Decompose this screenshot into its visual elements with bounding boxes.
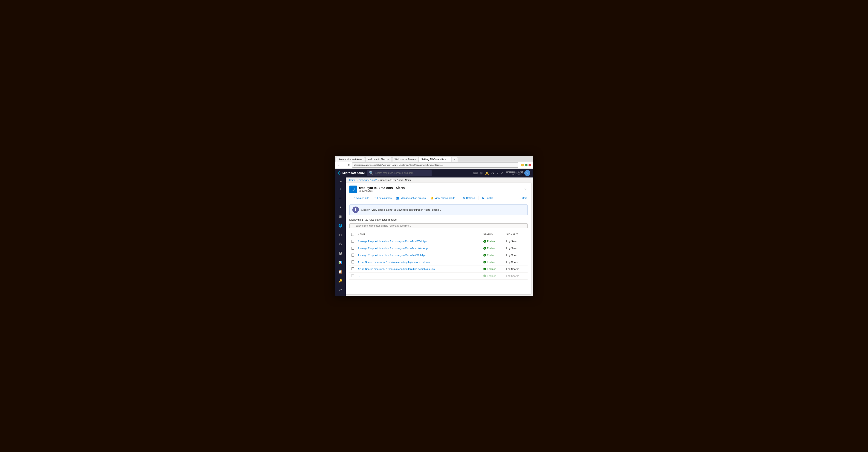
alerts-panel: ⬡ cmc-sym-91-xm2-oms - Alerts Log Analyt… bbox=[346, 183, 531, 294]
row-6-status-text: Enabled bbox=[487, 275, 496, 277]
col-name-header[interactable]: NAME bbox=[356, 231, 482, 238]
row-3-status-dot: ✓ bbox=[484, 254, 486, 257]
forward-button[interactable]: → bbox=[342, 163, 346, 167]
sidebar-item-recent[interactable]: ⏱ bbox=[336, 240, 345, 248]
row-4-status-dot: ✓ bbox=[484, 261, 486, 263]
help-icon[interactable]: ? bbox=[496, 171, 498, 175]
sidebar-item-monitor[interactable]: 📊 bbox=[336, 258, 345, 267]
breadcrumb-current: cmc-sym-91-xm2-oms - Alerts bbox=[380, 179, 411, 181]
row-1-name-link[interactable]: Average Respond time slow for cmc-sym-91… bbox=[358, 240, 427, 243]
table-row: ... ✓ Enabled Log Search bbox=[349, 273, 528, 279]
address-bar[interactable] bbox=[352, 163, 518, 168]
azure-logo-icon: ⬡ bbox=[338, 171, 341, 175]
sidebar-item-dashboard[interactable]: ⊞ bbox=[336, 212, 345, 221]
refresh-label: Refresh bbox=[466, 197, 475, 199]
panel-close-button[interactable]: × bbox=[523, 186, 527, 192]
sidebar-item-log-analytics[interactable]: 📋 bbox=[336, 267, 345, 276]
row-5-status-dot: ✓ bbox=[484, 267, 486, 271]
browser-controls: ← → ↻ − □ × bbox=[335, 162, 533, 169]
manage-action-groups-button[interactable]: 👥 Manage action groups bbox=[394, 195, 428, 200]
row-5-checkbox-cell bbox=[349, 265, 356, 273]
azure-search-input[interactable] bbox=[375, 172, 430, 174]
sidebar-item-key-vaults[interactable]: 🔑 bbox=[336, 277, 345, 285]
row-5-status-text: Enabled bbox=[487, 267, 496, 271]
sidebar-expand-button[interactable]: ≫ bbox=[338, 179, 342, 184]
new-alert-rule-button[interactable]: + New alert rule bbox=[349, 195, 371, 200]
browser-nav-btns: ← → ↻ bbox=[337, 163, 351, 167]
edit-columns-button[interactable]: ⊞ Edit columns bbox=[372, 195, 393, 200]
search-icon: 🔍 bbox=[369, 171, 374, 175]
new-alert-rule-label: New alert rule bbox=[354, 197, 369, 199]
browser-tab-3[interactable]: Welcome to Sitecore bbox=[392, 157, 418, 162]
panel-subtitle: Log Analytics bbox=[359, 190, 405, 192]
feedback-icon[interactable]: ☺ bbox=[501, 171, 504, 175]
row-3-checkbox[interactable] bbox=[351, 254, 354, 257]
play-icon: ▶ bbox=[483, 196, 485, 200]
row-6-checkbox[interactable] bbox=[351, 274, 354, 277]
breadcrumb-sep-2: › bbox=[378, 179, 379, 181]
view-classic-alerts-button[interactable]: 🔔 View classic alerts bbox=[428, 195, 457, 200]
minimize-button[interactable]: − bbox=[521, 164, 524, 166]
row-2-checkbox[interactable] bbox=[351, 247, 354, 250]
table-search-input[interactable] bbox=[349, 223, 528, 228]
more-button[interactable]: ··· More bbox=[519, 197, 527, 199]
row-2-status: ✓ Enabled bbox=[484, 247, 503, 250]
browser-tab-2[interactable]: Welcome to Sitecore bbox=[365, 157, 392, 162]
maximize-button[interactable]: □ bbox=[525, 164, 528, 166]
table-row: Azure Search cmc-sym-91-xm2-as reporting… bbox=[349, 259, 528, 265]
browser-tab-1[interactable]: Azure - Microsoft Azure bbox=[336, 157, 365, 162]
row-6-status-cell: ✓ Enabled bbox=[482, 273, 504, 279]
user-avatar[interactable]: C bbox=[524, 170, 530, 176]
row-6-name-link[interactable]: ... bbox=[358, 275, 360, 277]
row-4-status: ✓ Enabled bbox=[484, 261, 503, 263]
row-4-checkbox[interactable] bbox=[351, 260, 354, 263]
sidebar-item-create[interactable]: + bbox=[336, 185, 345, 193]
refresh-button[interactable]: ↻ Refresh bbox=[461, 195, 477, 200]
row-2-name-link[interactable]: Average Respond time slow for cmc-sym-91… bbox=[358, 247, 428, 250]
row-1-status-text: Enabled bbox=[487, 240, 496, 243]
row-1-checkbox[interactable] bbox=[351, 240, 354, 243]
row-3-status-cell: ✓ Enabled bbox=[482, 252, 504, 259]
row-4-status-text: Enabled bbox=[487, 261, 496, 263]
browser-tab-add[interactable]: + bbox=[452, 157, 458, 162]
table-row: Azure Search cmc-sym-91-xm2-as reporting… bbox=[349, 265, 528, 273]
row-3-status: ✓ Enabled bbox=[484, 254, 503, 257]
select-all-checkbox[interactable] bbox=[351, 233, 354, 236]
edit-columns-label: Edit columns bbox=[377, 197, 392, 199]
back-button[interactable]: ← bbox=[337, 163, 341, 167]
sidebar-item-defender[interactable]: 🛡 bbox=[336, 286, 345, 294]
row-5-checkbox[interactable] bbox=[351, 267, 354, 271]
enable-button[interactable]: ▶ Enable bbox=[480, 195, 495, 200]
panel-title-group: cmc-sym-91-xm2-oms - Alerts Log Analytic… bbox=[359, 186, 405, 192]
sidebar-item-all-resources[interactable]: 🌐 bbox=[336, 222, 345, 230]
settings-icon[interactable]: ⚙ bbox=[491, 171, 494, 175]
sidebar-item-app-services[interactable]: 🖼 bbox=[336, 249, 345, 257]
window-controls: − □ × bbox=[521, 164, 531, 166]
col-status-header[interactable]: STATUS bbox=[482, 231, 504, 238]
col-signal-header[interactable]: SIGNAL T... bbox=[504, 231, 528, 238]
sidebar-item-favorites[interactable]: ★ bbox=[336, 203, 345, 211]
azure-topbar: ⬡ Microsoft Azure 🔍 ⌨ ⊞ 🔔 ⚙ ? ☺ cmc@site… bbox=[335, 169, 533, 177]
topbar-user[interactable]: cmc@sitecore.net SITECORE C bbox=[506, 170, 530, 176]
row-5-name-link[interactable]: Azure Search cmc-sym-91-xm2-as reporting… bbox=[358, 267, 435, 271]
sidebar-item-all-services[interactable]: ☰ bbox=[336, 194, 345, 202]
close-button[interactable]: × bbox=[528, 164, 531, 166]
azure-logo-text: Microsoft Azure bbox=[342, 171, 365, 175]
azure-search-bar[interactable]: 🔍 bbox=[367, 170, 432, 176]
table-row: Average Respond time slow for cmc-sym-91… bbox=[349, 252, 528, 259]
row-4-name-link[interactable]: Azure Search cmc-sym-91-xm2-as reporting… bbox=[358, 261, 430, 263]
table-row: Average Respond time slow for cmc-sym-91… bbox=[349, 238, 528, 245]
reload-button[interactable]: ↻ bbox=[347, 163, 351, 167]
notifications-icon[interactable]: 🔔 bbox=[485, 171, 489, 175]
portal-menu-icon[interactable]: ⊞ bbox=[480, 171, 483, 175]
cloud-shell-icon[interactable]: ⌨ bbox=[473, 171, 477, 175]
row-3-name-link[interactable]: Average Respond time slow for cmc-sym-91… bbox=[358, 254, 426, 257]
breadcrumb-home[interactable]: Home bbox=[349, 179, 355, 181]
sidebar-item-resource-groups[interactable]: ⊟ bbox=[336, 231, 345, 239]
breadcrumb-resource[interactable]: cmc-sym-91-xm2 bbox=[359, 179, 377, 181]
view-classic-alerts-label: View classic alerts bbox=[435, 197, 455, 199]
browser-tab-4-active[interactable]: Setting All Cmcc site aptly... bbox=[419, 157, 451, 162]
row-6-checkbox-cell bbox=[349, 273, 356, 279]
table-row: Average Respond time slow for cmc-sym-91… bbox=[349, 245, 528, 252]
user-org: SITECORE bbox=[506, 173, 523, 175]
